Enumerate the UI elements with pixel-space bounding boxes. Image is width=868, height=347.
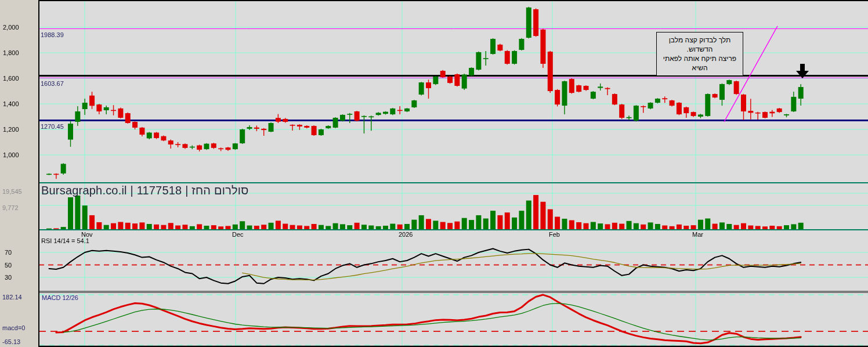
annotation-note-box[interactable]: תלך לבדוק קצה מלבן הדשדוש. פריצה תיקח או… <box>656 32 743 76</box>
rsi-tick-label: 30 <box>5 274 12 281</box>
macd-min-label: -65.13 <box>2 338 20 345</box>
volume-tick-label: 9,772 <box>2 204 19 211</box>
annotation-line: השיא <box>657 63 743 73</box>
price-tick-label: 1,800 <box>3 49 19 56</box>
price-tick-label: 2,000 <box>3 24 19 31</box>
price-tick-label: 1,200 <box>3 126 19 133</box>
price-tick-label: 1,000 <box>3 151 19 158</box>
month-label: Dec <box>232 231 244 238</box>
watermark-text: Bursagraph.co.il | 1177518 | סולרום החז <box>41 184 249 197</box>
volume-tick-label: 19,545 <box>2 188 22 195</box>
chart-window: 2,0001,8001,6001,4001,2001,0001988.39160… <box>0 0 868 347</box>
price-tick-label: 1,600 <box>3 75 19 82</box>
price-level-label: 1270.45 <box>41 123 64 130</box>
rsi-indicator-label: RSI 14/14 = 54.1 <box>41 237 89 244</box>
annotation-line: פריצה תיקח אותה לפאתי <box>657 54 743 63</box>
price-level-label: 1988.39 <box>41 31 64 38</box>
macd-indicator-label: MACD 12/26 <box>42 294 78 301</box>
month-label: 2026 <box>399 231 413 238</box>
annotation-line: הדשדוש. <box>657 45 743 54</box>
month-label: Mar <box>692 231 703 238</box>
price-tick-label: 1,400 <box>3 100 19 107</box>
down-arrow-icon[interactable] <box>795 63 810 79</box>
rsi-tick-label: 70 <box>5 249 12 256</box>
rsi-tick-label: 50 <box>5 262 12 269</box>
macd-zero-label: macd=0 <box>2 324 25 331</box>
month-label: Feb <box>549 231 560 238</box>
price-level-label: 1603.67 <box>41 80 64 87</box>
annotation-line: תלך לבדוק קצה מלבן <box>657 35 743 45</box>
macd-max-label: 182.14 <box>2 294 22 301</box>
